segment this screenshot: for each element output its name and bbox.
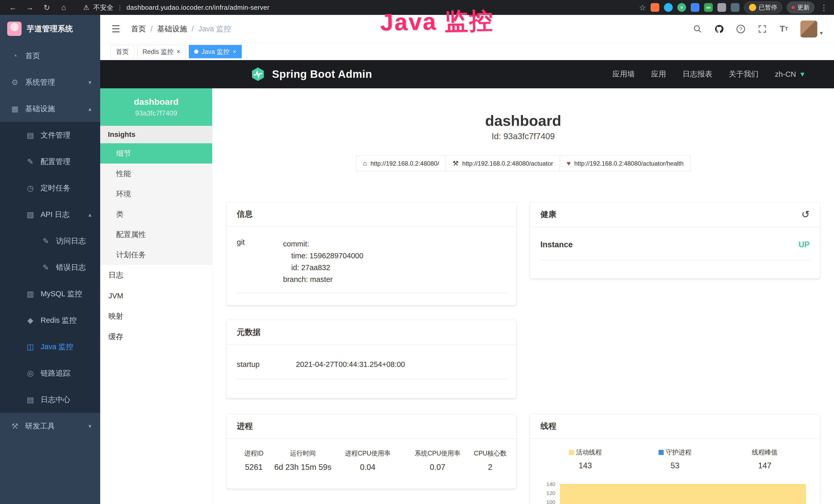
header-actions: ? TT ▾ (693, 21, 823, 38)
sba-nav-journal[interactable]: 日志报表 (682, 69, 712, 79)
redis-icon: ◆ (26, 316, 35, 325)
back-icon[interactable]: ← (6, 3, 20, 12)
sidebar-item-scheduled-jobs[interactable]: ◷ 定时任务 (0, 175, 100, 201)
tab-home[interactable]: 首页 (110, 45, 134, 58)
threads-chart: 140 120 100 (541, 483, 810, 504)
sidebar-item-access-log[interactable]: ✎ 访问日志 (0, 228, 100, 254)
fox-extension-icon[interactable] (651, 3, 659, 12)
browser-menu-icon[interactable]: ⋮ (820, 3, 828, 12)
sidebar-item-home[interactable]: ◔ 首页 (0, 43, 100, 69)
process-card-body: 进程ID 运行时间 进程CPU使用率 系统CPU使用率 CPU核心数 5261 … (226, 439, 516, 472)
breadcrumb-home[interactable]: 首页 (131, 24, 146, 34)
breadcrumb-separator: / (192, 25, 194, 33)
eye-icon: ◎ (26, 369, 35, 378)
paused-badge[interactable]: 已暂停 (744, 2, 782, 13)
table-row: git commit: time: 1596289704000 id: 27aa… (237, 238, 506, 293)
close-icon[interactable]: × (233, 48, 236, 55)
sidebar-item-error-log[interactable]: ✎ 错误日志 (0, 254, 100, 281)
sidebar-item-file-manage[interactable]: ▤ 文件管理 (0, 122, 100, 148)
home-icon[interactable]: ⌂ (57, 3, 70, 12)
sidebar-item-mysql-monitor[interactable]: ▥ MySQL 监控 (0, 281, 100, 307)
sba-menu-metrics[interactable]: 性能 (100, 164, 212, 184)
reload-icon[interactable]: ↻ (40, 3, 53, 12)
sba-menu-classes[interactable]: 类 (100, 204, 212, 224)
security-warning-icon[interactable]: ⚠ (83, 4, 89, 12)
dashboard-icon: ◔ (10, 52, 20, 60)
sidebar-item-config-manage[interactable]: ✎ 配置管理 (0, 148, 100, 175)
insights-group-label: Insights (100, 126, 212, 143)
vue-devtools-icon[interactable]: v (677, 3, 686, 12)
column-header: 系统CPU使用率 (403, 449, 472, 458)
search-icon[interactable] (693, 24, 703, 34)
drop-extension-icon[interactable] (664, 3, 673, 12)
help-icon[interactable]: ? (736, 24, 746, 34)
sba-menu-scheduled-tasks[interactable]: 计划任务 (100, 245, 212, 265)
sidebar-item-dev-tools[interactable]: ⚒ 研发工具 ▾ (0, 413, 100, 439)
sba-menu-jvm[interactable]: JVM (100, 285, 212, 306)
tab-java-monitor[interactable]: Java 监控 × (189, 45, 242, 58)
avatar[interactable] (800, 21, 817, 38)
log-center-icon: ▤ (26, 395, 35, 404)
info-card-title: 信息 (226, 202, 516, 227)
sidebar-item-java-monitor[interactable]: ◫ Java 监控 (0, 334, 100, 360)
tab-redis-monitor[interactable]: Redis 监控 × (137, 45, 186, 58)
security-label[interactable]: 不安全 (93, 3, 113, 12)
heart-icon: ♥ (567, 159, 570, 167)
tools-icon: ⚒ (10, 421, 20, 431)
sba-menu-environment[interactable]: 环境 (100, 184, 212, 204)
process-uptime: 6d 23h 15m 59s (273, 463, 332, 472)
database-icon: ▥ (26, 289, 35, 298)
breadcrumb-separator: / (151, 25, 153, 33)
table-row: startup 2021-04-27T00:44:31.254+08:00 (237, 360, 506, 379)
status-badge: UP (798, 240, 810, 249)
breadcrumb-infra[interactable]: 基础设施 (157, 24, 187, 34)
close-icon[interactable]: × (177, 48, 180, 55)
legend-active-threads: 活动线程 (541, 448, 630, 457)
github-icon[interactable] (714, 24, 724, 34)
health-url-link[interactable]: ♥ http://192.168.0.2:48080/actuator/heal… (560, 156, 690, 171)
service-url-link[interactable]: ⌂ http://192.168.0.2:48080/ (356, 156, 446, 171)
app-logo-title: 芋道管理系统 (27, 24, 73, 34)
sba-nav-wallboard[interactable]: 应用墙 (612, 69, 635, 79)
user-menu[interactable]: ▾ (800, 21, 823, 38)
forward-icon[interactable]: → (23, 3, 37, 12)
sidebar-toggle-icon[interactable]: ☰ (111, 23, 120, 35)
update-notification-dot (792, 6, 795, 9)
sidebar-item-redis-monitor[interactable]: ◆ Redis 监控 (0, 307, 100, 334)
font-size-icon[interactable]: TT (779, 24, 789, 34)
address-bar[interactable]: ⚠ 不安全 | dashboard.yudao.iocoder.cn/infra… (83, 3, 635, 12)
url-text[interactable]: dashboard.yudao.iocoder.cn/infra/admin-s… (126, 4, 269, 12)
bookmark-star-icon[interactable]: ☆ (639, 3, 646, 12)
history-icon[interactable]: ↺ (802, 209, 810, 220)
switch-extension-icon[interactable]: on (704, 3, 713, 12)
app-logo[interactable]: 芋道管理系统 (0, 15, 100, 43)
sba-menu-mappings[interactable]: 映射 (100, 306, 212, 327)
actuator-url-link[interactable]: ⚒ http://192.168.0.2:48080/actuator (446, 156, 560, 171)
table-row: Instance UP (541, 240, 810, 260)
fullscreen-icon[interactable] (757, 24, 767, 34)
update-button[interactable]: 更新 (787, 2, 814, 13)
sba-menu-caches[interactable]: 缓存 (100, 327, 212, 347)
sba-menu-config-props[interactable]: 配置属性 (100, 224, 212, 245)
sidebar-item-tracing[interactable]: ◎ 链路追踪 (0, 360, 100, 386)
sidebar-item-system[interactable]: ⚙ 系统管理 ▾ (0, 69, 100, 95)
dark-extension-icon[interactable] (731, 3, 740, 12)
puzzle-extension-icon[interactable] (691, 3, 699, 12)
locale-select[interactable]: zh-CN ▼ (775, 70, 806, 78)
sba-menu-details[interactable]: 细节 (100, 143, 212, 164)
sidebar-item-api-log[interactable]: ▧ API 日志 ▴ (0, 201, 100, 228)
info-card-body: git commit: time: 1596289704000 id: 27aa… (226, 227, 516, 293)
sba-nav-applications[interactable]: 应用 (651, 69, 666, 79)
sba-nav-about[interactable]: 关于我们 (729, 69, 759, 79)
sba-menu-logs[interactable]: 日志 (100, 265, 212, 285)
leaf-extension-icon[interactable] (717, 3, 726, 12)
sba-brand[interactable]: Spring Boot Admin (250, 67, 372, 82)
metadata-card-title: 元数据 (226, 320, 516, 345)
browser-chrome: ← → ↻ ⌂ ⚠ 不安全 | dashboard.yudao.iocoder.… (0, 0, 834, 15)
sidebar-item-log-center[interactable]: ▤ 日志中心 (0, 386, 100, 413)
y-tick: 100 (541, 501, 555, 504)
info-card: 信息 git commit: time: 1596289704000 id: 2… (226, 202, 516, 305)
metadata-card-body: startup 2021-04-27T00:44:31.254+08:00 (226, 345, 516, 379)
tab-label: Redis 监控 (142, 47, 174, 56)
sidebar-item-infra[interactable]: ▦ 基础设施 ▴ (0, 95, 100, 122)
